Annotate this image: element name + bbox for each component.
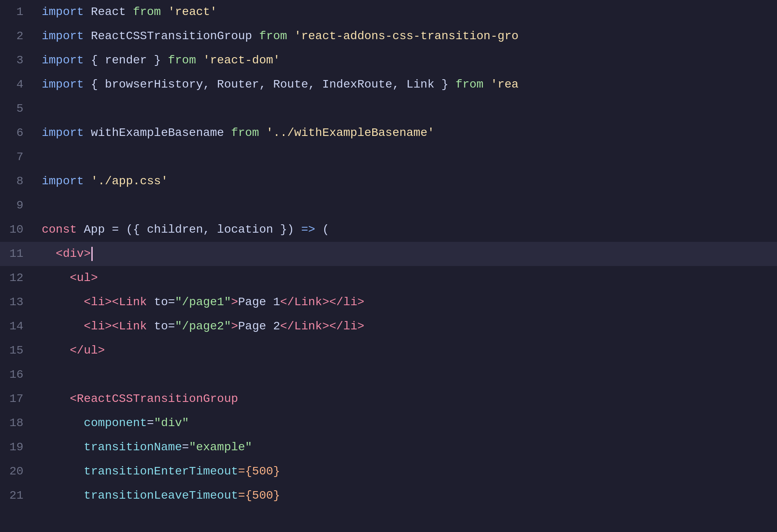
line-content: import ReactCSSTransitionGroup from 'rea… bbox=[33, 24, 519, 48]
token: component bbox=[84, 414, 147, 433]
token: import bbox=[42, 75, 84, 94]
line-content: import React from 'react' bbox=[33, 0, 217, 24]
code-line: 5 bbox=[0, 97, 777, 121]
line-number: 11 bbox=[0, 242, 33, 266]
token: "div" bbox=[154, 414, 189, 433]
token: to= bbox=[147, 293, 175, 312]
token: ({ children, location }) bbox=[119, 221, 301, 239]
line-number: 9 bbox=[0, 193, 33, 218]
token: } bbox=[273, 487, 280, 505]
token: 500 bbox=[252, 487, 273, 505]
token: App bbox=[77, 221, 112, 239]
line-content: import { browserHistory, Router, Route, … bbox=[33, 73, 519, 97]
line-number: 13 bbox=[0, 290, 33, 314]
code-line: 19 transitionName="example" bbox=[0, 435, 777, 459]
line-content: import './app.css' bbox=[33, 169, 168, 193]
token: = bbox=[147, 414, 154, 433]
token: <ReactCSSTransitionGroup bbox=[70, 390, 238, 409]
code-line: 18 component="div" bbox=[0, 411, 777, 435]
token bbox=[42, 462, 84, 481]
token bbox=[196, 51, 203, 70]
token bbox=[42, 438, 84, 457]
code-line: 1import React from 'react' bbox=[0, 0, 777, 24]
token: from bbox=[168, 51, 196, 70]
token: const bbox=[42, 221, 77, 239]
line-number: 4 bbox=[0, 73, 33, 97]
line-number: 8 bbox=[0, 169, 33, 193]
token: 500 bbox=[252, 462, 273, 481]
token: transitionName bbox=[84, 438, 182, 457]
token: import bbox=[42, 51, 84, 70]
line-content bbox=[33, 363, 49, 387]
token bbox=[42, 293, 84, 312]
code-line: 10const App = ({ children, location }) =… bbox=[0, 218, 777, 242]
code-line: 20 transitionEnterTimeout={500} bbox=[0, 459, 777, 484]
line-number: 12 bbox=[0, 266, 33, 290]
token: from bbox=[259, 27, 287, 46]
token: 'rea bbox=[490, 75, 518, 94]
code-line: 4import { browserHistory, Router, Route,… bbox=[0, 73, 777, 97]
code-line: 8import './app.css' bbox=[0, 169, 777, 193]
token: Page 2 bbox=[238, 317, 280, 336]
token: '../withExampleBasename' bbox=[266, 124, 434, 143]
line-number: 10 bbox=[0, 218, 33, 242]
code-line: 13 <li><Link to="/page1">Page 1</Link></… bbox=[0, 290, 777, 314]
token: ReactCSSTransitionGroup bbox=[84, 27, 259, 46]
line-content: <li><Link to="/page1">Page 1</Link></li> bbox=[33, 290, 364, 314]
line-number: 15 bbox=[0, 339, 33, 363]
token: "example" bbox=[189, 438, 252, 457]
token: = bbox=[112, 221, 119, 239]
line-content: <ReactCSSTransitionGroup bbox=[33, 387, 238, 411]
line-content: import { render } from 'react-dom' bbox=[33, 48, 280, 73]
code-line: 9 bbox=[0, 193, 777, 218]
line-content: <ul> bbox=[33, 266, 98, 290]
token: Link bbox=[119, 317, 147, 336]
token: from bbox=[133, 3, 161, 22]
line-content: component="div" bbox=[33, 411, 189, 435]
token bbox=[42, 245, 56, 263]
line-number: 20 bbox=[0, 459, 33, 484]
token: 'react-dom' bbox=[203, 51, 280, 70]
code-line: 17 <ReactCSSTransitionGroup bbox=[0, 387, 777, 411]
line-content bbox=[33, 145, 49, 169]
token: { render } bbox=[84, 51, 168, 70]
token: './app.css' bbox=[91, 172, 168, 191]
code-editor: 1import React from 'react'2import ReactC… bbox=[0, 0, 777, 532]
line-number: 1 bbox=[0, 0, 33, 24]
token: React bbox=[84, 3, 133, 22]
token: ( bbox=[315, 221, 329, 239]
line-number: 7 bbox=[0, 145, 33, 169]
token bbox=[42, 414, 84, 433]
token: </Link> bbox=[280, 317, 329, 336]
code-line: 3import { render } from 'react-dom' bbox=[0, 48, 777, 73]
token: { browserHistory, Router, Route, IndexRo… bbox=[84, 75, 456, 94]
token: </Link> bbox=[280, 293, 329, 312]
token: </li> bbox=[329, 293, 364, 312]
token: transitionLeaveTimeout bbox=[84, 487, 238, 505]
token: <li> bbox=[84, 293, 112, 312]
token: < bbox=[112, 317, 119, 336]
token: "/page2" bbox=[175, 317, 231, 336]
token bbox=[42, 269, 70, 288]
code-line: 7 bbox=[0, 145, 777, 169]
token: <ul> bbox=[70, 269, 98, 288]
line-number: 16 bbox=[0, 363, 33, 387]
token: to= bbox=[147, 317, 175, 336]
token: import bbox=[42, 172, 84, 191]
line-number: 14 bbox=[0, 314, 33, 339]
line-number: 17 bbox=[0, 387, 33, 411]
token: 'react' bbox=[168, 3, 217, 22]
token: from bbox=[231, 124, 259, 143]
token: from bbox=[455, 75, 483, 94]
token: </li> bbox=[329, 317, 364, 336]
token: import bbox=[42, 27, 84, 46]
line-number: 21 bbox=[0, 484, 33, 508]
token: </ul> bbox=[70, 341, 105, 360]
line-content: transitionLeaveTimeout={500} bbox=[33, 484, 280, 508]
token: <div> bbox=[56, 245, 91, 263]
token: ={ bbox=[238, 462, 252, 481]
token: <li> bbox=[84, 317, 112, 336]
line-number: 2 bbox=[0, 24, 33, 48]
token: } bbox=[273, 462, 280, 481]
token bbox=[42, 390, 70, 409]
